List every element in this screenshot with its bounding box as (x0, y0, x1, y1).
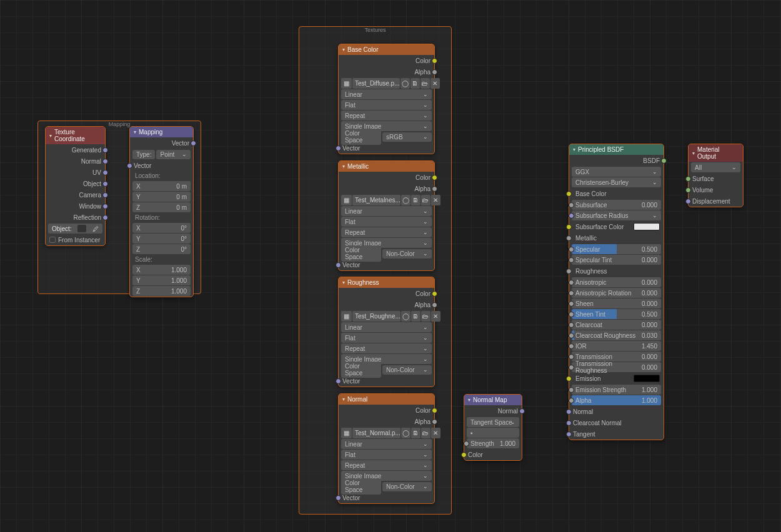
image-datablock[interactable]: ▦ Test_Metalnes... ◯ 🗎 🗁 ✕ (341, 195, 432, 205)
node-header[interactable]: Normal Map (464, 395, 522, 405)
image-icon[interactable]: ▦ (341, 311, 352, 322)
users-icon[interactable]: ◯ (401, 195, 410, 205)
image-name[interactable]: Test_Roughne... (352, 311, 400, 322)
output-target[interactable]: All (691, 162, 740, 172)
users-icon[interactable]: ◯ (401, 428, 410, 438)
unlink-icon[interactable]: ✕ (430, 78, 440, 89)
new-icon[interactable]: 🗎 (411, 195, 420, 205)
tex-proj[interactable]: Flat (341, 217, 432, 227)
image-icon[interactable]: ▦ (341, 428, 352, 438)
node-normal-map[interactable]: Normal Map Normal Tangent Space ▪ Streng… (464, 394, 522, 461)
output-camera: Camera (46, 189, 105, 200)
input-clearcoat[interactable]: Clearcoat0.000 (572, 320, 661, 330)
node-header[interactable]: Base Color (339, 44, 434, 55)
vec-Z[interactable]: Z0 m (132, 202, 191, 212)
tex-interp[interactable]: Linear (341, 439, 432, 449)
input-sheen-tint[interactable]: Sheen Tint0.500 (572, 309, 661, 319)
input-specular[interactable]: Specular0.500 (572, 244, 661, 254)
tex-interp[interactable]: Linear (341, 89, 432, 99)
input-emission-strength[interactable]: Emission Strength1.000 (572, 385, 661, 395)
open-icon[interactable]: 🗁 (421, 428, 430, 438)
node-texture-coordinate[interactable]: Texture Coordinate GeneratedNormalUVObje… (45, 126, 106, 246)
input-anisotropic-rotation[interactable]: Anisotropic Rotation0.000 (572, 288, 661, 298)
nmap-strength[interactable]: Strength1.000 (467, 438, 519, 448)
image-icon[interactable]: ▦ (341, 195, 352, 205)
vec-Z[interactable]: Z0° (132, 244, 191, 254)
tex-ext[interactable]: Repeat (341, 227, 432, 237)
input-clearcoat-roughness[interactable]: Clearcoat Roughness0.030 (572, 330, 661, 340)
node-tex-roughness[interactable]: Roughness Color Alpha ▦ Test_Roughne... … (338, 277, 435, 387)
node-header[interactable]: Roughness (339, 277, 434, 288)
unlink-icon[interactable]: ✕ (431, 195, 440, 205)
vec-X[interactable]: X0° (132, 223, 191, 233)
tex-proj[interactable]: Flat (341, 450, 432, 460)
nmap-uvmap[interactable]: ▪ (467, 428, 519, 438)
image-name[interactable]: Test_Diffuse.p... (352, 78, 400, 89)
open-icon[interactable]: 🗁 (420, 78, 430, 89)
from-instancer-check[interactable]: From Instancer (46, 234, 105, 245)
tex-proj[interactable]: Flat (341, 333, 432, 343)
bsdf-dist[interactable]: GGX (572, 167, 661, 177)
users-icon[interactable]: ◯ (400, 78, 410, 89)
object-picker[interactable]: Object:🖉 (48, 224, 102, 234)
tex-colorspace[interactable]: Color SpaceNon-Color (341, 481, 432, 491)
image-name[interactable]: Test_Metalnes... (352, 195, 400, 205)
node-header[interactable]: Principled BSDF (569, 144, 664, 155)
vec-X[interactable]: X0 m (132, 181, 191, 191)
input-anisotropic[interactable]: Anisotropic0.000 (572, 277, 661, 287)
open-icon[interactable]: 🗁 (421, 195, 430, 205)
node-tex-base-color[interactable]: Base Color Color Alpha ▦ Test_Diffuse.p.… (338, 44, 435, 154)
vec-Y[interactable]: Y0° (132, 234, 191, 244)
node-header[interactable]: Mapping (130, 127, 193, 137)
node-header[interactable]: Normal (339, 394, 434, 405)
tex-colorspace[interactable]: Color SpacesRGB (341, 132, 432, 142)
nmap-space[interactable]: Tangent Space (467, 417, 519, 427)
new-icon[interactable]: 🗎 (411, 311, 420, 322)
tex-interp[interactable]: Linear (341, 206, 432, 216)
tex-ext[interactable]: Repeat (341, 343, 432, 353)
bsdf-sss-method[interactable]: Christensen-Burley (572, 177, 661, 187)
output-object: Object (46, 178, 105, 189)
vec-Y[interactable]: Y1.000 (132, 275, 191, 285)
unlink-icon[interactable]: ✕ (431, 311, 440, 322)
node-tex-normal[interactable]: Normal Color Alpha ▦ Test_Normal.p... ◯ … (338, 393, 435, 504)
node-principled-bsdf[interactable]: Principled BSDF BSDF GGX Christensen-Bur… (569, 144, 664, 440)
unlink-icon[interactable]: ✕ (431, 428, 440, 438)
input-ior[interactable]: IOR1.450 (572, 341, 661, 351)
tex-ext[interactable]: Repeat (341, 111, 432, 121)
image-name[interactable]: Test_Normal.p... (352, 428, 400, 438)
image-datablock[interactable]: ▦ Test_Diffuse.p... ◯ 🗎 🗁 ✕ (341, 78, 432, 89)
tex-interp[interactable]: Linear (341, 322, 432, 332)
node-material-output[interactable]: Material Output All SurfaceVolumeDisplac… (688, 144, 744, 207)
mapping-type[interactable]: Type:Point (132, 149, 191, 159)
output-uv: UV (46, 167, 105, 178)
node-tex-metallic[interactable]: Metallic Color Alpha ▦ Test_Metalnes... … (338, 160, 435, 271)
tex-colorspace[interactable]: Color SpaceNon-Color (341, 249, 432, 259)
input-alpha[interactable]: Alpha1.000 (572, 395, 661, 405)
input-specular-tint[interactable]: Specular Tint0.000 (572, 255, 661, 265)
tex-ext[interactable]: Repeat (341, 460, 432, 470)
node-header[interactable]: Metallic (339, 161, 434, 172)
node-header[interactable]: Texture Coordinate (46, 127, 105, 144)
node-mapping[interactable]: Mapping Vector Type:Point Vector Locatio… (129, 126, 194, 297)
image-datablock[interactable]: ▦ Test_Roughne... ◯ 🗎 🗁 ✕ (341, 311, 432, 322)
new-icon[interactable]: 🗎 (410, 78, 420, 89)
input-subsurface-color[interactable]: Subsurface Color (569, 221, 664, 232)
image-icon[interactable]: ▦ (341, 78, 352, 89)
input-subsurface[interactable]: Subsurface0.000 (572, 200, 661, 210)
vec-Z[interactable]: Z1.000 (132, 286, 191, 296)
new-icon[interactable]: 🗎 (411, 428, 420, 438)
input-transmission-roughness[interactable]: Transmission Roughness0.000 (572, 362, 661, 372)
input-sheen[interactable]: Sheen0.000 (572, 298, 661, 308)
input-emission[interactable]: Emission (569, 373, 664, 384)
node-header[interactable]: Material Output (689, 144, 743, 162)
output-alpha: Alpha (339, 183, 434, 194)
vec-X[interactable]: X1.000 (132, 265, 191, 275)
input-subsurface-radius[interactable]: Subsurface Radius (572, 210, 661, 220)
vec-Y[interactable]: Y0 m (132, 192, 191, 202)
users-icon[interactable]: ◯ (401, 311, 410, 322)
open-icon[interactable]: 🗁 (421, 311, 430, 322)
tex-proj[interactable]: Flat (341, 100, 432, 110)
image-datablock[interactable]: ▦ Test_Normal.p... ◯ 🗎 🗁 ✕ (341, 428, 432, 438)
tex-colorspace[interactable]: Color SpaceNon-Color (341, 365, 432, 375)
